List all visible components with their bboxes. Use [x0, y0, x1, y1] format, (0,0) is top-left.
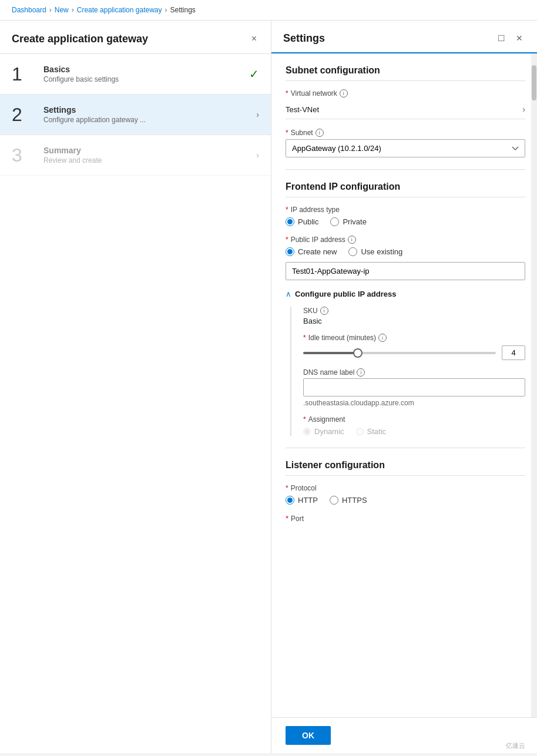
listener-config-title: Listener configuration — [286, 460, 525, 476]
step-2-label: Settings — [43, 105, 256, 115]
collapse-icon: ∧ — [286, 290, 291, 298]
section-divider-2 — [286, 448, 525, 448]
configure-public-ip-header[interactable]: ∧ Configure public IP address — [286, 290, 525, 298]
scrollbar-track[interactable] — [531, 53, 537, 717]
port-label: Port — [291, 515, 304, 523]
protocol-http-radio[interactable] — [286, 496, 294, 505]
virtual-network-field: * Virtual network i Test-VNet › — [286, 89, 525, 119]
assignment-static-label: Static — [367, 427, 387, 436]
idle-timeout-value-input[interactable]: 4 — [502, 345, 525, 360]
close-right-button[interactable]: ✕ — [513, 31, 525, 45]
vnet-info-icon[interactable]: i — [340, 89, 348, 98]
vnet-required: * — [286, 89, 288, 98]
protocol-field: * Protocol HTTP HTTPS — [286, 484, 525, 505]
dns-suffix: .southeastasia.cloudapp.azure.com — [303, 399, 525, 407]
idle-timeout-info-icon[interactable]: i — [378, 334, 387, 342]
right-panel-header: Settings ☐ ✕ — [271, 21, 537, 53]
public-ip-info-icon[interactable]: i — [348, 236, 356, 244]
ok-button[interactable]: OK — [286, 726, 331, 745]
maximize-button[interactable]: ☐ — [495, 31, 508, 45]
protocol-http-label: HTTP — [298, 496, 318, 505]
step-1-content: Basics Configure basic settings — [43, 65, 249, 83]
ip-type-public-radio[interactable] — [286, 217, 294, 226]
public-ip-radio-group: Create new Use existing — [286, 247, 525, 256]
public-ip-label: * Public IP address i — [286, 236, 525, 244]
wizard-step-1[interactable]: 1 Basics Configure basic settings ✓ — [0, 54, 271, 95]
subnet-select[interactable]: AppGateway (10.2.1.0/24) — [286, 139, 525, 157]
step-1-desc: Configure basic settings — [43, 75, 249, 83]
breadcrumb-new[interactable]: New — [55, 6, 69, 14]
configure-public-ip-content: SKU i Basic * Idle timeout (minutes) i — [290, 307, 525, 436]
idle-timeout-field: * Idle timeout (minutes) i 4 — [303, 334, 525, 360]
subnet-config-title: Subnet configuration — [286, 65, 525, 81]
breadcrumb-sep-3: › — [165, 6, 167, 14]
assignment-dynamic-radio — [303, 428, 311, 435]
step-3-desc: Review and create — [43, 156, 256, 164]
close-button[interactable]: × — [249, 31, 259, 46]
protocol-required: * — [286, 484, 288, 492]
step-1-number: 1 — [12, 65, 35, 83]
step-2-content: Settings Configure application gateway .… — [43, 105, 256, 124]
port-field: * Port — [286, 514, 525, 523]
assignment-static-radio — [356, 428, 364, 435]
ip-type-public-option[interactable]: Public — [286, 217, 318, 226]
scrollbar-thumb[interactable] — [532, 65, 536, 100]
protocol-https-radio[interactable] — [330, 496, 338, 505]
left-panel-header: Create application gateway × — [0, 21, 271, 54]
right-panel: Settings ☐ ✕ Subnet configuration * Virt… — [271, 21, 537, 753]
virtual-network-label: * Virtual network i — [286, 89, 525, 98]
step-3-content: Summary Review and create — [43, 146, 256, 164]
create-new-label: Create new — [298, 247, 337, 256]
breadcrumb-sep-1: › — [49, 6, 52, 14]
public-ip-field: * Public IP address i Create new Use exi… — [286, 236, 525, 280]
assignment-static-option: Static — [356, 427, 387, 436]
step-3-number: 3 — [12, 146, 35, 164]
ip-type-private-option[interactable]: Private — [330, 217, 366, 226]
protocol-http-option[interactable]: HTTP — [286, 496, 318, 505]
breadcrumb: Dashboard › New › Create application gat… — [0, 0, 537, 21]
assignment-field: * Assignment Dynamic Static — [303, 415, 525, 436]
ip-type-private-radio[interactable] — [330, 217, 339, 226]
step-3-label: Summary — [43, 146, 256, 155]
right-panel-actions: ☐ ✕ — [495, 31, 525, 45]
breadcrumb-dashboard[interactable]: Dashboard — [12, 6, 46, 14]
vnet-arrow-icon: › — [522, 105, 525, 114]
subnet-info-icon[interactable]: i — [316, 129, 324, 137]
subnet-required: * — [286, 129, 288, 137]
step-2-desc: Configure application gateway ... — [43, 116, 256, 124]
create-new-radio[interactable] — [286, 247, 294, 256]
configure-public-ip-title: Configure public IP address — [295, 290, 396, 298]
idle-timeout-label: * Idle timeout (minutes) i — [303, 334, 525, 342]
wizard-steps: 1 Basics Configure basic settings ✓ 2 Se… — [0, 54, 271, 176]
ok-btn-bar: OK — [271, 717, 537, 753]
create-new-option[interactable]: Create new — [286, 247, 337, 256]
dns-name-input[interactable] — [303, 378, 525, 397]
assignment-radio-group: Dynamic Static — [303, 427, 525, 436]
sku-label: SKU i — [303, 307, 525, 315]
slider-track-wrapper — [303, 347, 496, 359]
right-panel-title: Settings — [283, 32, 325, 45]
protocol-radio-group: HTTP HTTPS — [286, 496, 525, 505]
use-existing-option[interactable]: Use existing — [348, 247, 402, 256]
dns-name-field: DNS name label i .southeastasia.cloudapp… — [303, 368, 525, 407]
virtual-network-selector[interactable]: Test-VNet › — [286, 100, 525, 119]
use-existing-radio[interactable] — [348, 247, 357, 256]
idle-timeout-required: * — [303, 334, 306, 342]
sku-field: SKU i Basic — [303, 307, 525, 325]
dns-info-icon[interactable]: i — [357, 368, 365, 377]
sku-value: Basic — [303, 317, 525, 325]
slider-thumb[interactable] — [353, 348, 363, 358]
breadcrumb-create[interactable]: Create application gateway — [77, 6, 162, 14]
ip-type-private-label: Private — [343, 217, 366, 226]
sku-info-icon[interactable]: i — [320, 307, 328, 315]
ip-type-required: * — [286, 206, 288, 214]
subnet-field: * Subnet i AppGateway (10.2.1.0/24) — [286, 129, 525, 157]
port-label-row: * Port — [286, 514, 525, 523]
bottom-logo: 亿速云 — [506, 741, 525, 750]
wizard-step-2[interactable]: 2 Settings Configure application gateway… — [0, 95, 271, 135]
public-ip-name-input[interactable] — [286, 262, 525, 280]
protocol-https-option[interactable]: HTTPS — [330, 496, 367, 505]
right-panel-content: Subnet configuration * Virtual network i… — [271, 53, 531, 717]
step-1-check-icon: ✓ — [249, 67, 259, 81]
use-existing-label: Use existing — [361, 247, 402, 256]
